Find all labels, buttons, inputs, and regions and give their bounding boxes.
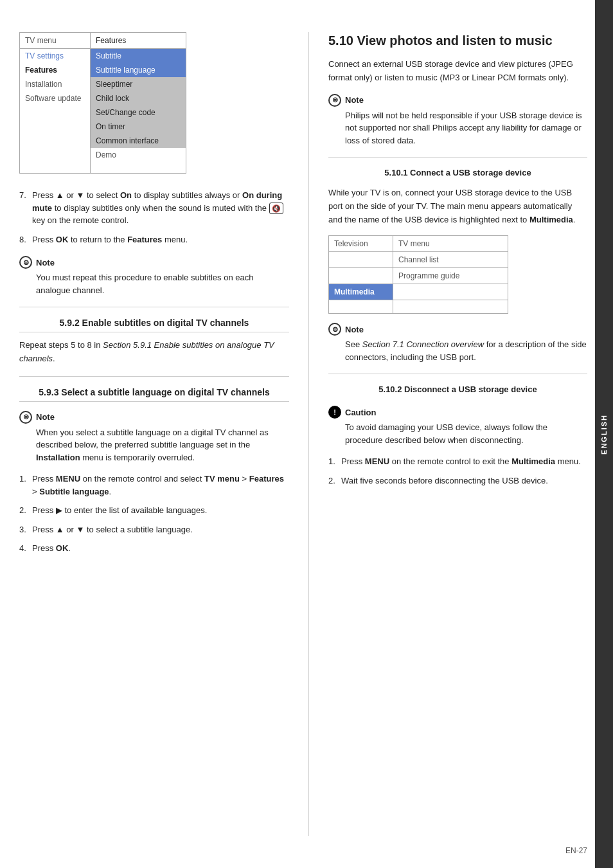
- section-5102-heading: 5.10.2 Disconnect a USB storage device: [328, 384, 587, 397]
- mm-row-5: [329, 300, 508, 313]
- step-593-2-text: Press ▶ to enter the list of available l…: [32, 504, 289, 517]
- mm-left-empty1: [329, 252, 393, 267]
- caution-box: ! Caution To avoid damaging your USB dev…: [328, 406, 587, 446]
- section-592-heading: 5.9.2 Enable subtitles on digital TV cha…: [19, 318, 289, 332]
- mm-left-empty3: [329, 300, 393, 313]
- divider-2: [19, 376, 289, 377]
- mm-row-4: Multimedia: [329, 284, 508, 300]
- mm-left-multimedia[interactable]: Multimedia: [329, 284, 393, 300]
- left-column: TV menu Features TV settings Features In…: [19, 32, 289, 836]
- multimedia-table: Television TV menu Channel list Programm…: [328, 235, 508, 314]
- menu-left-installation[interactable]: Installation: [20, 77, 90, 91]
- step-593-2: 2. Press ▶ to enter the list of availabl…: [19, 504, 289, 517]
- section-510-intro: Connect an external USB storage device a…: [328, 58, 587, 85]
- menu-right-set-change-code[interactable]: Set/Change code: [91, 105, 186, 120]
- caution-content: To avoid damaging your USB device, alway…: [345, 421, 587, 446]
- side-tab-text: ENGLISH: [600, 414, 608, 455]
- right-column: 5.10 View photos and listen to music Con…: [308, 32, 587, 836]
- divider-1: [19, 307, 289, 307]
- step-593-3-num: 3.: [19, 523, 32, 536]
- step-8: 8. Press OK to return to the Features me…: [19, 233, 289, 246]
- step-8-text: Press OK to return to the Features menu.: [32, 233, 289, 246]
- note-connector: ⊜ Note See Section 7.1 Connection overvi…: [328, 323, 587, 363]
- note-2-content: When you select a subtitle language on a…: [36, 426, 289, 464]
- step-7-num: 7.: [19, 189, 32, 227]
- side-language-tab: ENGLISH: [595, 0, 613, 868]
- step-593-4: 4. Press OK.: [19, 542, 289, 555]
- step-593-1: 1. Press MENU on the remote control and …: [19, 473, 289, 498]
- note-1: ⊜ Note You must repeat this procedure to…: [19, 256, 289, 296]
- steps-5102: 1. Press MENU on the remote control to e…: [328, 455, 587, 487]
- caution-icon: !: [328, 406, 341, 419]
- menu-right-demo[interactable]: Demo: [91, 148, 186, 162]
- step-5102-1-text: Press MENU on the remote control to exit…: [341, 455, 587, 468]
- menu-right-child-lock[interactable]: Child lock: [91, 91, 186, 105]
- menu-header-left: TV menu: [20, 33, 91, 48]
- menu-left-tv-settings[interactable]: TV settings: [20, 49, 90, 63]
- step-593-4-text: Press OK.: [32, 542, 289, 555]
- note-usb: ⊜ Note Philips will not be held responsi…: [328, 94, 587, 147]
- step-7: 7. Press ▲ or ▼ to select On to display …: [19, 189, 289, 227]
- step-5102-2-text: Wait five seconds before disconnecting t…: [341, 475, 587, 487]
- note-usb-icon: ⊜: [328, 94, 341, 107]
- steps-593: 1. Press MENU on the remote control and …: [19, 473, 289, 555]
- mm-left-empty2: [329, 268, 393, 284]
- note-usb-title: ⊜ Note: [328, 94, 587, 107]
- menu-left-software-update[interactable]: Software update: [20, 91, 90, 105]
- mm-left-television: Television: [329, 236, 393, 251]
- mm-right-channellist: Channel list: [393, 252, 508, 267]
- step-593-1-text: Press MENU on the remote control and sel…: [32, 473, 289, 498]
- note-1-title: ⊜ Note: [19, 256, 289, 269]
- note-usb-content: Philips will not be held responsible if …: [345, 109, 587, 147]
- note-2-icon: ⊜: [19, 411, 32, 424]
- note-connector-content: See Section 7.1 Connection overview for …: [345, 338, 587, 363]
- step-593-3: 3. Press ▲ or ▼ to select a subtitle lan…: [19, 523, 289, 536]
- menu-left-items: TV settings Features Installation Softwa…: [20, 49, 91, 173]
- step-593-3-text: Press ▲ or ▼ to select a subtitle langua…: [32, 523, 289, 536]
- menu-right-on-timer[interactable]: On timer: [91, 120, 186, 134]
- step-7-text: Press ▲ or ▼ to select On to display sub…: [32, 189, 289, 227]
- section-593-heading: 5.9.3 Select a subtitle language on digi…: [19, 387, 289, 402]
- step-593-1-num: 1.: [19, 473, 32, 498]
- mm-right-tvmenu: TV menu: [393, 236, 508, 251]
- page-number: EN-27: [565, 846, 587, 855]
- mm-right-empty: [393, 300, 508, 313]
- divider-4: [328, 374, 587, 374]
- step-8-num: 8.: [19, 233, 32, 246]
- step-593-4-num: 4.: [19, 542, 32, 555]
- note-connector-icon: ⊜: [328, 323, 341, 336]
- step-5102-1: 1. Press MENU on the remote control to e…: [328, 455, 587, 468]
- section-592-text: Repeat steps 5 to 8 in Section 5.9.1 Ena…: [19, 339, 289, 366]
- mm-row-1: Television TV menu: [329, 236, 508, 251]
- mm-row-3: Programme guide: [329, 267, 508, 284]
- tv-menu-table: TV menu Features TV settings Features In…: [19, 32, 186, 174]
- step-5102-2-num: 2.: [328, 475, 341, 487]
- note-2-title: ⊜ Note: [19, 411, 289, 424]
- mm-right-programmeguide: Programme guide: [393, 268, 508, 284]
- steps-7-8: 7. Press ▲ or ▼ to select On to display …: [19, 189, 289, 246]
- step-5102-1-num: 1.: [328, 455, 341, 468]
- menu-right-subtitle-language[interactable]: Subtitle language: [91, 63, 186, 77]
- mm-right-multimedia: [393, 284, 508, 297]
- section-5101-heading: 5.10.1 Connect a USB storage device: [328, 168, 587, 180]
- section-5101-text: While your TV is on, connect your USB st…: [328, 186, 587, 226]
- divider-3: [328, 157, 587, 158]
- menu-table-body: TV settings Features Installation Softwa…: [20, 49, 186, 173]
- menu-table-header: TV menu Features: [20, 33, 186, 49]
- note-connector-title: ⊜ Note: [328, 323, 587, 336]
- menu-left-features[interactable]: Features: [20, 63, 90, 77]
- menu-right-common-interface[interactable]: Common interface: [91, 134, 186, 148]
- step-593-2-num: 2.: [19, 504, 32, 517]
- menu-right-subtitle[interactable]: Subtitle: [91, 49, 186, 63]
- mm-row-2: Channel list: [329, 251, 508, 267]
- chapter-num: 5.10: [328, 33, 357, 48]
- note-1-icon: ⊜: [19, 256, 32, 269]
- step-5102-2: 2. Wait five seconds before disconnectin…: [328, 475, 587, 487]
- menu-right-sleeptimer[interactable]: Sleeptimer: [91, 77, 186, 91]
- menu-right-items: Subtitle Subtitle language Sleeptimer Ch…: [91, 49, 186, 173]
- menu-header-right: Features: [91, 33, 186, 48]
- note-2: ⊜ Note When you select a subtitle langua…: [19, 411, 289, 464]
- caution-title: ! Caution: [328, 406, 587, 419]
- note-1-content: You must repeat this procedure to enable…: [36, 271, 289, 296]
- chapter-510-title: 5.10 View photos and listen to music: [328, 32, 587, 49]
